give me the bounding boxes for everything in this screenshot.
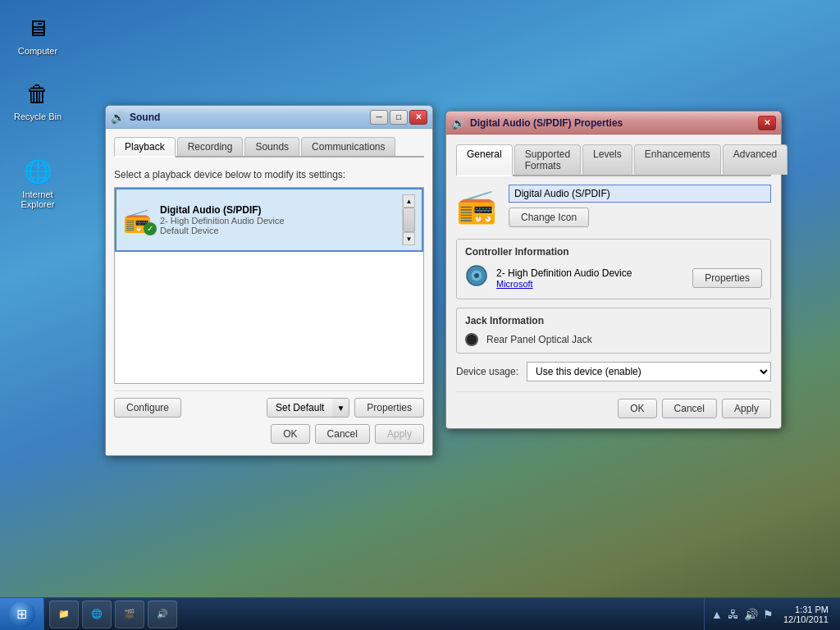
taskbar-item-sound[interactable]: 🔊 — [148, 600, 177, 628]
device-big-icon: 📻 — [456, 187, 497, 226]
jack-row: Rear Panel Optical Jack — [465, 333, 762, 346]
usage-row: Device usage: Use this device (enable) D… — [456, 362, 771, 381]
recycle-bin-icon: 🗑 — [21, 77, 54, 110]
device-default-label: Default Device — [160, 226, 402, 235]
device-usage-select[interactable]: Use this device (enable) Do not use this… — [527, 362, 771, 381]
sound-title-icon: 🔊 — [111, 111, 125, 124]
set-default-button[interactable]: Set Default — [267, 399, 332, 417]
properties-window: 🔊 Digital Audio (S/PDIF) Properties ✕ Ge… — [445, 111, 782, 429]
sound-window: 🔊 Sound ─ □ ✕ Playback Recording Sounds … — [105, 105, 433, 456]
properties-title-icon: 🔊 — [451, 116, 465, 130]
device-name-label: Digital Audio (S/PDIF) — [160, 204, 402, 216]
tab-recording[interactable]: Recording — [177, 137, 244, 156]
sound-footer: Configure Set Default ▼ Properties — [114, 390, 424, 418]
usage-label: Device usage: — [456, 366, 518, 377]
taskbar-item-ie[interactable]: 🌐 — [82, 600, 112, 628]
controller-vendor-link[interactable]: Microsoft — [496, 279, 684, 289]
scrollbar-up-arrow[interactable]: ▲ — [403, 194, 415, 208]
properties-cancel-button[interactable]: Cancel — [662, 399, 717, 418]
controller-properties-button[interactable]: Properties — [692, 268, 762, 288]
jack-dot-icon — [465, 333, 478, 346]
sound-close-button[interactable]: ✕ — [409, 110, 427, 125]
tray-show-hidden-button[interactable]: ▲ — [711, 608, 723, 621]
tab-communications[interactable]: Communications — [301, 137, 395, 156]
device-list-item[interactable]: 📻 ✓ Digital Audio (S/PDIF) 2- High Defin… — [115, 188, 423, 252]
device-name-input[interactable] — [509, 185, 771, 203]
desktop: 🖥 Computer 🗑 Recycle Bin 🌐 Internet Expl… — [0, 0, 840, 630]
controller-row: 2- High Definition Audio Device Microsof… — [465, 264, 762, 292]
properties-close-button[interactable]: ✕ — [758, 116, 776, 130]
scrollbar-thumb[interactable] — [403, 208, 415, 232]
controller-section-label: Controller Information — [465, 246, 762, 258]
sound-minimize-button[interactable]: ─ — [370, 110, 388, 125]
recycle-bin-icon-label: Recycle Bin — [14, 112, 62, 121]
explorer-taskbar-icon: 📁 — [58, 609, 70, 619]
sound-tab-bar: Playback Recording Sounds Communications — [114, 137, 424, 158]
device-icon-wrap: 📻 ✓ — [123, 207, 152, 234]
tab-playback[interactable]: Playback — [114, 137, 176, 158]
tray-network-icon[interactable]: 🖧 — [728, 608, 739, 621]
sound-cancel-button[interactable]: Cancel — [315, 424, 370, 444]
taskbar: ⊞ 📁 🌐 🎬 🔊 ▲ 🖧 🔊 ⚑ 1:31 PM 12/10/2011 — [0, 597, 840, 630]
desktop-icon-internet-explorer[interactable]: 🌐 Internet Explorer — [8, 152, 67, 212]
sound-description: Select a playback device below to modify… — [114, 169, 424, 180]
taskbar-items: 📁 🌐 🎬 🔊 — [44, 598, 704, 630]
taskbar-item-explorer[interactable]: 📁 — [49, 600, 79, 628]
properties-content: General Supported Formats Levels Enhance… — [446, 135, 781, 428]
jack-section: Jack Information Rear Panel Optical Jack — [456, 308, 771, 354]
clock-time: 1:31 PM — [783, 605, 829, 614]
clock-date: 12/10/2011 — [783, 614, 829, 624]
set-default-dropdown-button[interactable]: ▼ — [332, 399, 349, 417]
tab-levels[interactable]: Levels — [582, 144, 632, 175]
internet-explorer-icon: 🌐 — [21, 155, 54, 188]
tab-general[interactable]: General — [456, 144, 513, 176]
taskbar-item-media[interactable]: 🎬 — [115, 600, 144, 628]
properties-button[interactable]: Properties — [354, 398, 424, 418]
ie-icon-label: Internet Explorer — [11, 189, 64, 209]
scrollbar-down-arrow[interactable]: ▼ — [403, 232, 415, 245]
sound-footer-right: Set Default ▼ Properties — [267, 398, 424, 418]
desktop-icon-recycle-bin[interactable]: 🗑 Recycle Bin — [8, 74, 67, 125]
device-desc-label: 2- High Definition Audio Device — [160, 216, 402, 226]
tab-sounds[interactable]: Sounds — [244, 137, 299, 156]
desktop-icon-computer[interactable]: 🖥 Computer — [8, 8, 67, 59]
jack-section-label: Jack Information — [465, 315, 762, 326]
taskbar-clock[interactable]: 1:31 PM 12/10/2011 — [778, 605, 833, 624]
sound-window-titlebar: 🔊 Sound ─ □ ✕ — [106, 106, 432, 129]
controller-section: Controller Information 2- High Definitio… — [456, 239, 771, 299]
sound-apply-button[interactable]: Apply — [375, 424, 424, 444]
sound-ok-button[interactable]: OK — [271, 424, 309, 444]
device-name-field: Change Icon — [509, 185, 771, 227]
tray-action-center-icon[interactable]: ⚑ — [763, 608, 774, 621]
properties-window-title: Digital Audio (S/PDIF) Properties — [470, 117, 758, 129]
sound-window-title: Sound — [130, 112, 370, 123]
start-button[interactable]: ⊞ — [0, 598, 44, 631]
configure-button[interactable]: Configure — [114, 398, 181, 418]
ie-taskbar-icon: 🌐 — [91, 609, 103, 619]
controller-icon — [465, 264, 488, 292]
tray-volume-icon[interactable]: 🔊 — [744, 608, 758, 621]
change-icon-button[interactable]: Change Icon — [509, 208, 589, 227]
device-list-scrollbar: ▲ ▼ — [402, 194, 415, 245]
device-display: 📻 Change Icon — [456, 185, 771, 227]
sound-taskbar-icon: 🔊 — [157, 609, 168, 619]
properties-tab-bar: General Supported Formats Levels Enhance… — [456, 144, 771, 176]
sound-tab-content: Select a playback device below to modify… — [114, 166, 424, 447]
controller-name-label: 2- High Definition Audio Device — [496, 267, 684, 279]
tab-advanced[interactable]: Advanced — [723, 144, 788, 175]
taskbar-tray: ▲ 🖧 🔊 ⚑ 1:31 PM 12/10/2011 — [704, 598, 840, 630]
jack-description-label: Rear Panel Optical Jack — [486, 334, 592, 345]
tab-supported-formats[interactable]: Supported Formats — [514, 144, 581, 175]
properties-window-controls: ✕ — [758, 116, 776, 130]
computer-icon: 🖥 — [21, 11, 54, 44]
sound-window-content: Playback Recording Sounds Communications… — [106, 129, 432, 455]
properties-apply-button[interactable]: Apply — [722, 399, 771, 418]
controller-info: 2- High Definition Audio Device Microsof… — [496, 267, 684, 289]
svg-point-2 — [474, 273, 479, 278]
properties-dialog-footer: OK Cancel Apply — [456, 391, 771, 418]
tab-enhancements[interactable]: Enhancements — [634, 144, 721, 175]
sound-maximize-button[interactable]: □ — [390, 110, 408, 125]
sound-window-controls: ─ □ ✕ — [370, 110, 427, 125]
device-check-icon: ✓ — [144, 222, 157, 235]
properties-ok-button[interactable]: OK — [618, 399, 656, 418]
